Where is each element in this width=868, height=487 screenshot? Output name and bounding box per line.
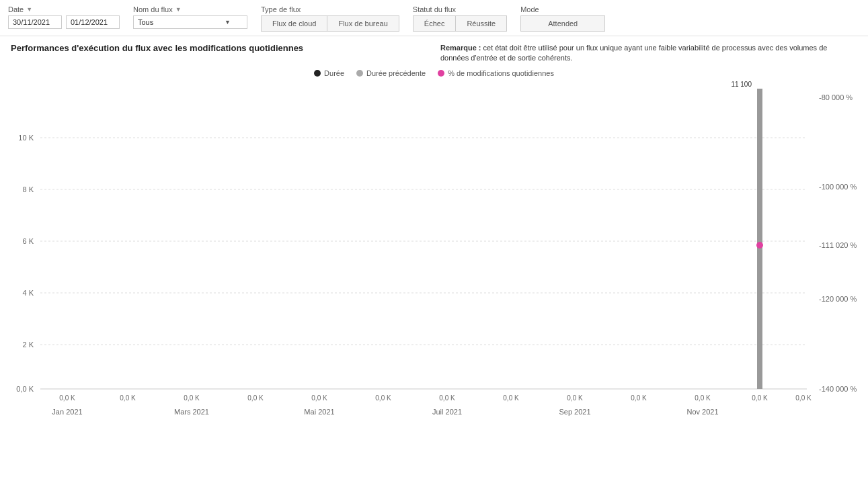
legend-pct-modifications: % de modifications quotidiennes [438, 69, 554, 77]
x-label-mai: Mai 2021 [304, 408, 334, 416]
date-inputs: 30/11/2021 01/12/2021 [8, 15, 120, 29]
chart-svg-wrapper: 10 K 8 K 6 K 4 K 2 K 0,0 K -80 000 % -10… [0, 80, 868, 438]
nom-flux-label-text: Nom du flux [133, 5, 173, 13]
date-from-input[interactable]: 30/11/2021 [8, 15, 62, 29]
x-val-3: 0,0 K [184, 394, 200, 402]
x-val-1: 0,0 K [59, 394, 75, 402]
chart-title-area: Performances d'exécution du flux avec le… [0, 43, 868, 64]
mode-label: Mode [520, 5, 605, 13]
type-flux-btn-group: Flux de cloud Flux de bureau [261, 15, 399, 32]
x-val-11: 0,0 K [695, 394, 711, 402]
y-right-label-5: -140 000 % [819, 385, 857, 393]
x-label-nov: Nov 2021 [686, 408, 718, 416]
remark-box: Remarque : cet état doit être utilisé po… [440, 43, 857, 64]
legend-duree-precedente-dot [356, 70, 363, 77]
legend-pct-dot [438, 70, 444, 77]
nom-flux-filter-section: Nom du flux ▼ Tous ▼ [133, 5, 247, 29]
legend-duree-dot [314, 70, 321, 77]
y-right-label-2: -100 000 % [819, 183, 857, 191]
bar-top-annotation: 11 100 [731, 81, 752, 88]
legend-duree-label: Durée [324, 69, 344, 77]
chart-legend: Durée Durée précédente % de modification… [0, 69, 868, 77]
x-val-4: 0,0 K [247, 394, 264, 402]
remark-label: Remarque : [440, 44, 481, 52]
chart-container: Performances d'exécution du flux avec le… [0, 36, 868, 438]
chart-svg: 10 K 8 K 6 K 4 K 2 K 0,0 K -80 000 % -10… [0, 80, 868, 436]
remark-text: cet état doit être utilisé pour un flux … [440, 44, 827, 62]
x-val-10: 0,0 K [631, 394, 647, 402]
y-right-label-4: -120 000 % [819, 295, 857, 303]
main-bar [757, 89, 762, 389]
x-val-2: 0,0 K [120, 394, 136, 402]
y-label-2k: 2 K [22, 341, 34, 349]
type-flux-label-text: Type de flux [261, 5, 301, 13]
x-val-6: 0,0 K [375, 394, 391, 402]
filter-bar: Date ▼ 30/11/2021 01/12/2021 Nom du flux… [0, 0, 868, 36]
x-val-7: 0,0 K [439, 394, 455, 402]
reussite-button[interactable]: Réussite [455, 15, 507, 32]
flux-cloud-button[interactable]: Flux de cloud [261, 15, 327, 32]
y-right-label-1: -80 000 % [819, 93, 853, 101]
legend-duree-precedente-label: Durée précédente [366, 69, 426, 77]
legend-duree-precedente: Durée précédente [356, 69, 426, 77]
y-label-8k: 8 K [22, 185, 34, 193]
y-label-6k: 6 K [22, 237, 34, 245]
mode-btn-group: Attended [520, 15, 605, 32]
x-label-juil: Juil 2021 [432, 408, 462, 416]
y-label-4k: 4 K [22, 289, 34, 297]
date-label-text: Date [8, 5, 24, 13]
nom-flux-dropdown[interactable]: Tous ▼ [133, 15, 247, 29]
date-to-input[interactable]: 01/12/2021 [66, 15, 120, 29]
chart-title: Performances d'exécution du flux avec le… [11, 43, 303, 53]
type-flux-label: Type de flux [261, 5, 399, 13]
date-chevron-icon: ▼ [26, 6, 32, 13]
x-val-5: 0,0 K [311, 394, 327, 402]
statut-flux-label: Statut du flux [413, 5, 507, 13]
date-filter-section: Date ▼ 30/11/2021 01/12/2021 [8, 5, 120, 29]
y-label-10k: 10 K [18, 134, 34, 142]
y-label-0k: 0,0 K [16, 385, 34, 393]
statut-flux-label-text: Statut du flux [413, 5, 456, 13]
x-val-8: 0,0 K [503, 394, 519, 402]
legend-duree: Durée [314, 69, 344, 77]
y-right-label-3: -111 020 % [819, 241, 857, 249]
type-flux-filter-section: Type de flux Flux de cloud Flux de burea… [261, 5, 399, 32]
mode-filter-section: Mode Attended [520, 5, 605, 32]
nom-flux-label: Nom du flux ▼ [133, 5, 247, 13]
legend-pct-label: % de modifications quotidiennes [448, 69, 554, 77]
x-label-jan: Jan 2021 [52, 408, 82, 416]
nom-flux-dropdown-chevron-icon: ▼ [225, 19, 231, 26]
echec-button[interactable]: Échec [413, 15, 456, 32]
date-filter-label: Date ▼ [8, 5, 120, 13]
x-val-12: 0,0 K [752, 394, 768, 402]
x-val-9: 0,0 K [567, 394, 583, 402]
statut-flux-filter-section: Statut du flux Échec Réussite [413, 5, 507, 32]
x-label-mars: Mars 2021 [174, 408, 209, 416]
nom-flux-chevron-icon: ▼ [175, 6, 182, 13]
mode-label-text: Mode [520, 5, 539, 13]
attended-button[interactable]: Attended [520, 15, 605, 32]
nom-flux-value: Tous [138, 18, 153, 26]
flux-bureau-button[interactable]: Flux de bureau [327, 15, 399, 32]
x-label-sep: Sep 2021 [559, 408, 590, 416]
statut-flux-btn-group: Échec Réussite [413, 15, 507, 32]
pct-modifications-dot [756, 242, 763, 249]
x-val-13: 0,0 K [795, 394, 812, 402]
